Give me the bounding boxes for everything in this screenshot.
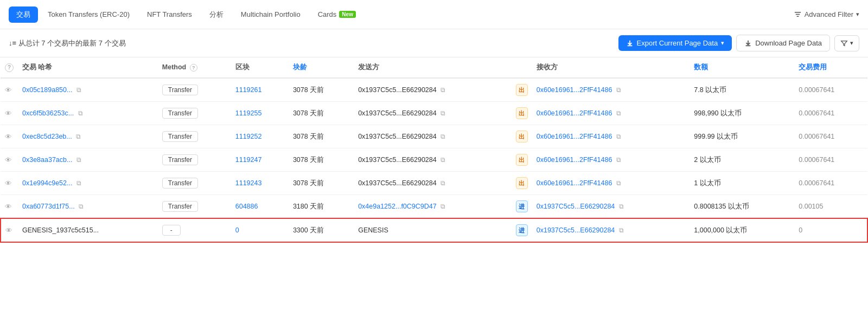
row-dir: 出 xyxy=(512,172,532,195)
row-method: Transfer xyxy=(158,172,231,195)
eye-icon[interactable]: 👁 xyxy=(5,203,12,211)
copy-to-icon[interactable]: ⧉ xyxy=(619,226,624,234)
copy-to-icon[interactable]: ⧉ xyxy=(616,109,621,117)
from-address: 0x1937C5c5...E66290284 xyxy=(358,133,437,140)
top-bar: 交易 Token Transfers (ERC-20) NFT Transfer… xyxy=(0,0,868,29)
block-link[interactable]: 604886 xyxy=(235,203,258,210)
row-fee: 0 xyxy=(794,218,867,242)
block-link[interactable]: 1119243 xyxy=(235,179,262,187)
to-address[interactable]: 0x60e16961...2FfF41486 xyxy=(537,179,612,187)
eye-icon[interactable]: 👁 xyxy=(5,226,12,235)
copy-hash-icon[interactable]: ⧉ xyxy=(76,133,81,140)
block-link[interactable]: 1119247 xyxy=(235,156,262,164)
row-to: 0x60e16961...2FfF41486 ⧉ xyxy=(532,78,690,102)
to-address[interactable]: 0x1937C5c5...E66290284 xyxy=(537,203,615,210)
transactions-table: ? 交易 哈希 Method ? 区块 块龄 发送方 接收方 数额 交易费用 👁 xyxy=(0,57,868,243)
toolbar: ↓≡ 从总计 7 个交易中的最新 7 个交易 Export Current Pa… xyxy=(0,29,868,57)
hash-link[interactable]: 0xec8c5d23eb... xyxy=(22,133,72,140)
to-address[interactable]: 0x60e16961...2FfF41486 xyxy=(537,86,612,94)
tab-analysis[interactable]: 分析 xyxy=(202,7,231,23)
copy-from-icon[interactable]: ⧉ xyxy=(441,109,445,117)
eye-icon[interactable]: 👁 xyxy=(5,179,12,187)
table-wrapper: ? 交易 哈希 Method ? 区块 块龄 发送方 接收方 数额 交易费用 👁 xyxy=(0,57,868,243)
to-address[interactable]: 0x60e16961...2FfF41486 xyxy=(537,156,612,164)
row-block: 0 xyxy=(231,218,289,242)
tab-multichain[interactable]: Multichain Portfolio xyxy=(233,7,308,22)
method-badge: Transfer xyxy=(162,131,198,142)
to-address[interactable]: 0x1937C5c5...E66290284 xyxy=(537,226,615,234)
copy-from-icon[interactable]: ⧉ xyxy=(441,133,445,140)
copy-hash-icon[interactable]: ⧉ xyxy=(76,179,81,187)
copy-hash-icon[interactable]: ⧉ xyxy=(79,203,84,210)
block-link[interactable]: 1119252 xyxy=(235,133,262,140)
row-hash: 0x1e994c9e52... ⧉ xyxy=(18,172,158,195)
eye-icon[interactable]: 👁 xyxy=(5,156,12,164)
copy-to-icon[interactable]: ⧉ xyxy=(616,156,621,164)
advanced-filter-button[interactable]: Advanced Filter ▾ xyxy=(794,10,859,18)
eye-icon[interactable]: 👁 xyxy=(5,133,12,141)
row-from: 0x1937C5c5...E66290284 ⧉ xyxy=(354,148,512,172)
copy-hash-icon[interactable]: ⧉ xyxy=(78,109,83,117)
download-page-icon xyxy=(744,40,752,47)
method-badge: - xyxy=(162,225,181,236)
row-fee: 0.00067641 xyxy=(794,78,867,102)
tab-transactions[interactable]: 交易 xyxy=(9,7,38,23)
row-method: Transfer xyxy=(158,148,231,172)
row-method: Transfer xyxy=(158,78,231,102)
col-dir xyxy=(512,57,532,78)
row-age: 3180 天前 xyxy=(289,195,354,219)
hash-link[interactable]: 0xa60773d1f75... xyxy=(22,203,75,210)
from-address: 0x1937C5c5...E66290284 xyxy=(358,109,437,117)
summary-text: ↓≡ 从总计 7 个交易中的最新 7 个交易 xyxy=(9,38,126,48)
hash-link[interactable]: 0x3e8aa37acb... xyxy=(22,156,72,164)
tab-nft-transfers[interactable]: NFT Transfers xyxy=(139,7,200,22)
col-age[interactable]: 块龄 xyxy=(289,57,354,78)
col-to: 接收方 xyxy=(532,57,690,78)
row-block: 1119261 xyxy=(231,78,289,102)
tab-token-transfers[interactable]: Token Transfers (ERC-20) xyxy=(40,7,137,22)
copy-hash-icon[interactable]: ⧉ xyxy=(76,86,81,94)
col-fee[interactable]: 交易费用 xyxy=(794,57,867,78)
export-button[interactable]: Export Current Page Data ▾ xyxy=(618,35,732,51)
copy-hash-icon[interactable]: ⧉ xyxy=(76,156,81,164)
row-from: 0x4e9a1252...f0C9C9D47 ⧉ xyxy=(354,195,512,219)
filter-icon xyxy=(794,10,802,18)
to-address[interactable]: 0x60e16961...2FfF41486 xyxy=(537,133,612,140)
block-link[interactable]: 0 xyxy=(235,226,239,234)
eye-icon[interactable]: 👁 xyxy=(5,86,12,94)
tab-cards[interactable]: Cards New xyxy=(310,7,363,22)
col-hash: 交易 哈希 xyxy=(18,57,158,78)
row-to: 0x60e16961...2FfF41486 ⧉ xyxy=(532,172,690,195)
row-dir: 出 xyxy=(512,78,532,102)
copy-to-icon[interactable]: ⧉ xyxy=(616,133,621,140)
hash-link[interactable]: 0xc6f5b36253c... xyxy=(22,109,74,117)
copy-from-icon[interactable]: ⧉ xyxy=(441,86,445,94)
copy-from-icon[interactable]: ⧉ xyxy=(441,179,445,187)
row-to: 0x1937C5c5...E66290284 ⧉ xyxy=(532,195,690,219)
row-fee: 0.00105 xyxy=(794,195,867,219)
col-amount[interactable]: 数额 xyxy=(690,57,794,78)
eye-icon[interactable]: 👁 xyxy=(5,109,12,118)
row-to: 0x60e16961...2FfF41486 ⧉ xyxy=(532,125,690,148)
download-button[interactable]: Download Page Data xyxy=(736,35,830,51)
row-hash: 0x05c189a850... ⧉ xyxy=(18,78,158,102)
block-link[interactable]: 1119261 xyxy=(235,86,262,94)
block-link[interactable]: 1119255 xyxy=(235,109,262,117)
row-method: - xyxy=(158,218,231,242)
filter-button[interactable]: ▾ xyxy=(834,35,859,51)
row-dir: 出 xyxy=(512,148,532,172)
to-address[interactable]: 0x60e16961...2FfF41486 xyxy=(537,109,612,117)
from-address[interactable]: 0x4e9a1252...f0C9C9D47 xyxy=(358,203,437,210)
copy-from-icon[interactable]: ⧉ xyxy=(441,156,445,164)
row-amount: 7.8 以太币 xyxy=(690,78,794,102)
from-address: GENESIS xyxy=(358,226,388,234)
row-amount: 998,990 以太币 xyxy=(690,102,794,125)
row-method: Transfer xyxy=(158,125,231,148)
hash-link[interactable]: 0x1e994c9e52... xyxy=(22,179,72,187)
copy-to-icon[interactable]: ⧉ xyxy=(619,203,624,210)
row-age: 3078 天前 xyxy=(289,148,354,172)
hash-link[interactable]: 0x05c189a850... xyxy=(22,86,72,94)
copy-to-icon[interactable]: ⧉ xyxy=(616,86,621,94)
copy-from-icon[interactable]: ⧉ xyxy=(441,203,445,210)
copy-to-icon[interactable]: ⧉ xyxy=(616,179,621,187)
